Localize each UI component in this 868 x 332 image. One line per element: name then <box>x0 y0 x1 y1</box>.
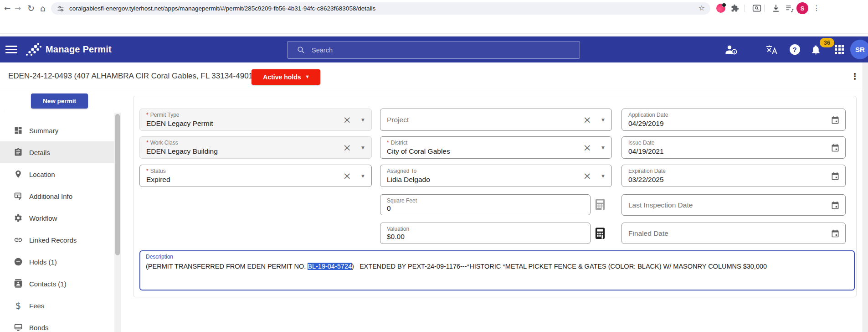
sidebar-item-workflow[interactable]: Workflow <box>0 207 114 229</box>
sidebar-item-contacts[interactable]: Contacts (1) <box>0 273 114 295</box>
browser-menu-kebab-icon[interactable]: ⋮ <box>810 2 823 15</box>
work-class-value: EDEN Legacy Building <box>146 147 218 156</box>
tab-search-icon[interactable] <box>752 4 761 12</box>
sidebar-item-linked-records[interactable]: Linked Records <box>0 229 114 251</box>
translate-icon[interactable] <box>765 36 779 62</box>
sidebar-item-label: Fees <box>29 302 44 310</box>
calendar-icon[interactable] <box>831 171 840 181</box>
clear-icon[interactable]: × <box>583 115 591 125</box>
clear-icon[interactable]: × <box>343 143 351 153</box>
help-icon[interactable]: ? <box>789 36 801 62</box>
hamburger-menu-icon[interactable] <box>5 46 17 55</box>
description-text-before: (PERMIT TRANSFERRED FROM EDEN PERMIT NO. <box>146 263 308 270</box>
home-icon[interactable]: ⌂ <box>36 2 49 15</box>
field-label: Valuation <box>387 226 409 232</box>
sidebar-item-location[interactable]: Location <box>0 163 114 185</box>
sidebar-scrollbar-thumb[interactable] <box>115 114 120 255</box>
field-label: Square Feet <box>387 197 417 204</box>
app-header: Manage Permit Search <box>0 36 868 62</box>
page-scrollbar[interactable] <box>863 62 868 332</box>
tyler-logo <box>25 42 43 57</box>
browser-toolbar: ← → ↻ ⌂ coralgablesfl-energov.tylerhost.… <box>0 0 868 17</box>
project-field[interactable]: Project × ▼ <box>380 109 612 131</box>
expiration-date-value: 03/22/2025 <box>628 176 664 184</box>
dropdown-caret-icon[interactable]: ▼ <box>361 145 365 150</box>
description-text[interactable]: (PERMIT TRANSFERRED FROM EDEN PERMIT NO.… <box>146 263 848 270</box>
browser-profile-avatar[interactable]: S <box>796 2 808 14</box>
calendar-icon[interactable] <box>831 201 840 210</box>
reload-icon[interactable]: ↻ <box>25 2 37 15</box>
valuation-calculator-icon[interactable] <box>595 227 606 239</box>
clear-icon[interactable]: × <box>343 115 351 125</box>
contact-card-icon <box>14 279 23 288</box>
clear-icon[interactable]: × <box>583 143 591 153</box>
sidebar-item-additional-info[interactable]: Additional Info <box>0 185 114 207</box>
dropdown-caret-icon[interactable]: ▼ <box>601 118 605 122</box>
square-feet-calculator-icon[interactable] <box>595 198 606 211</box>
sidebar-item-label: Additional Info <box>29 192 72 200</box>
square-feet-value: 0 <box>387 204 391 213</box>
url-bar[interactable]: coralgablesfl-energov.tylerhost.net/apps… <box>51 2 710 15</box>
extensions-puzzle-icon[interactable] <box>731 4 739 12</box>
required-asterisk: * <box>146 168 149 174</box>
bond-card-icon <box>14 323 23 332</box>
link-icon <box>14 235 23 244</box>
expiration-date-field[interactable]: Expiration Date 03/22/2025 <box>621 165 846 187</box>
permit-type-value: EDEN Legacy Permit <box>146 119 213 128</box>
site-settings-icon[interactable] <box>56 5 65 13</box>
extension-icon[interactable] <box>716 4 725 13</box>
sidebar-item-bonds[interactable]: Bonds <box>0 316 114 332</box>
bookmark-star-icon[interactable]: ☆ <box>699 5 705 12</box>
finaled-date-field[interactable]: Finaled Date <box>621 223 846 244</box>
user-avatar[interactable]: SR <box>850 40 868 59</box>
dashboard-icon <box>14 126 23 135</box>
sidebar-scrollbar[interactable] <box>114 113 121 332</box>
description-field[interactable]: Description (PERMIT TRANSFERRED FROM EDE… <box>139 250 855 290</box>
share-user-icon[interactable] <box>724 36 739 62</box>
forward-icon[interactable]: → <box>11 2 24 15</box>
active-holds-button[interactable]: Active holds ▼ <box>252 69 320 85</box>
sidebar-item-holds[interactable]: Holds (1) <box>0 251 114 273</box>
app-switcher-grid-icon[interactable] <box>834 36 845 62</box>
sidebar-item-details[interactable]: Details <box>0 141 114 163</box>
assigned-to-field[interactable]: Assigned To Lidia Delgado × ▼ <box>380 165 612 187</box>
calendar-icon[interactable] <box>831 229 840 238</box>
status-field[interactable]: *Status Expired × ▼ <box>139 165 372 187</box>
sidebar-item-fees[interactable]: $ Fees <box>0 295 114 316</box>
new-permit-button[interactable]: New permit <box>31 93 88 109</box>
url-text[interactable]: coralgablesfl-energov.tylerhost.net/apps… <box>69 5 375 12</box>
download-icon[interactable] <box>771 4 781 13</box>
sidebar-item-label: Location <box>29 171 55 178</box>
field-label: Application Date <box>628 112 668 118</box>
extension-notification-dot <box>722 3 726 7</box>
work-class-field[interactable]: *Work Class EDEN Legacy Building × ▼ <box>139 136 372 159</box>
description-selected-text: BL-19-04-5724 <box>308 263 352 270</box>
table-edit-icon <box>14 192 23 201</box>
square-feet-field[interactable]: Square Feet 0 <box>380 194 591 215</box>
sidebar-item-summary[interactable]: Summary <box>0 119 114 141</box>
calendar-icon[interactable] <box>831 143 840 152</box>
record-menu-kebab-icon[interactable]: ⋮ <box>848 70 861 83</box>
valuation-field[interactable]: Valuation $0.00 <box>380 223 591 244</box>
permit-type-field[interactable]: *Permit Type EDEN Legacy Permit × ▼ <box>139 109 372 131</box>
search-icon <box>297 46 305 54</box>
dropdown-caret-icon[interactable]: ▼ <box>601 174 605 178</box>
district-field[interactable]: *District City of Coral Gables × ▼ <box>380 136 612 159</box>
field-label: Work Class <box>150 140 178 146</box>
calendar-icon[interactable] <box>831 115 840 124</box>
clear-icon[interactable]: × <box>343 171 351 181</box>
field-label: Permit Type <box>150 112 180 118</box>
application-date-field[interactable]: Application Date 04/29/2019 <box>621 109 846 131</box>
screen: ← → ↻ ⌂ coralgablesfl-energov.tylerhost.… <box>0 0 868 332</box>
reading-list-icon[interactable] <box>785 4 794 12</box>
application-date-value: 04/29/2019 <box>628 119 664 128</box>
clear-icon[interactable]: × <box>583 171 591 181</box>
last-inspection-date-field[interactable]: Last Inspection Date <box>621 194 846 216</box>
issue-date-value: 04/19/2021 <box>628 147 664 156</box>
issue-date-field[interactable]: Issue Date 04/19/2021 <box>621 136 846 159</box>
dropdown-caret-icon[interactable]: ▼ <box>361 118 365 122</box>
dropdown-caret-icon[interactable]: ▼ <box>601 145 605 150</box>
last-inspection-date-placeholder: Last Inspection Date <box>628 201 693 209</box>
global-search-input[interactable]: Search <box>287 41 580 59</box>
dropdown-caret-icon[interactable]: ▼ <box>361 174 365 178</box>
